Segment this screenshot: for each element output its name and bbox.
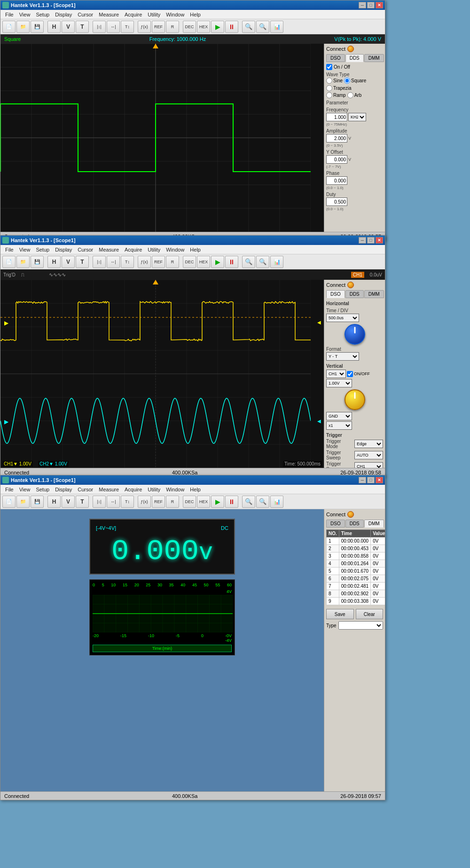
tb-open-3[interactable]: 📁 (16, 496, 30, 508)
tb-h-1[interactable]: H (47, 21, 61, 33)
close-btn-3[interactable]: ✕ (376, 477, 383, 483)
tb-dec-1[interactable]: DEC (183, 21, 196, 33)
tb-hex-3[interactable]: HEX (197, 496, 210, 508)
minimize-btn-3[interactable]: ─ (359, 477, 366, 483)
freq-unit-select-1[interactable]: KHZ Hz MHz (348, 113, 366, 121)
menu-file-1[interactable]: File (2, 11, 16, 18)
tb-math-3[interactable]: ƒ(x) (138, 496, 151, 508)
tb-c1-2[interactable]: |↕| (93, 256, 106, 268)
tab-dmm-3[interactable]: DMM (364, 520, 384, 528)
tb-c2-3[interactable]: ↔| (107, 496, 120, 508)
menu-display-1[interactable]: Display (52, 11, 75, 18)
tb-dec-2[interactable]: DEC (183, 256, 196, 268)
menu-acquire-1[interactable]: Acquire (122, 11, 145, 18)
tb-c2-2[interactable]: ↔| (107, 256, 120, 268)
tb-save-3[interactable]: 💾 (31, 496, 44, 508)
tb-save-1[interactable]: 💾 (31, 21, 44, 33)
maximize-btn-3[interactable]: □ (367, 477, 375, 483)
menu-window-2[interactable]: Window (163, 246, 187, 253)
menu-view-2[interactable]: View (16, 246, 33, 253)
menu-file-3[interactable]: File (2, 486, 16, 493)
menu-file-2[interactable]: File (2, 246, 16, 253)
tab-dso-1[interactable]: DSO (326, 54, 345, 62)
clear-button-3[interactable]: Clear (356, 609, 384, 619)
close-btn-1[interactable]: ✕ (376, 2, 383, 8)
tb-ref-2[interactable]: REF (152, 256, 165, 268)
menu-acquire-2[interactable]: Acquire (122, 246, 145, 253)
menu-acquire-3[interactable]: Acquire (122, 486, 145, 493)
tb-zoomin-1[interactable]: 🔍 (242, 21, 255, 33)
radio-square-1[interactable] (344, 78, 350, 84)
onoff-checkbox-1[interactable] (326, 64, 332, 70)
menu-setup-1[interactable]: Setup (33, 11, 52, 18)
tb-v-1[interactable]: V (62, 21, 75, 33)
save-button-3[interactable]: Save (326, 609, 354, 619)
tb-c1-3[interactable]: |↕| (93, 496, 106, 508)
menu-cursor-1[interactable]: Cursor (75, 11, 96, 18)
tb-zoomout-2[interactable]: 🔍 (256, 256, 269, 268)
timediv-select-2[interactable]: 500.0us 1ms 2ms (326, 314, 359, 322)
menu-utility-3[interactable]: Utility (145, 486, 163, 493)
menu-cursor-2[interactable]: Cursor (75, 246, 96, 253)
tb-zoomin-2[interactable]: 🔍 (242, 256, 255, 268)
tb-measure-3[interactable]: 📊 (270, 496, 283, 508)
amp-input-1[interactable] (326, 134, 347, 142)
probe-select-2[interactable]: x1 x10 x100 (326, 421, 352, 430)
tab-dds-2[interactable]: DDS (345, 290, 364, 298)
tb-zoomin-3[interactable]: 🔍 (242, 496, 255, 508)
tab-dmm-1[interactable]: DMM (364, 54, 384, 62)
menu-window-3[interactable]: Window (163, 486, 187, 493)
menu-display-3[interactable]: Display (52, 486, 75, 493)
radio-sine-1[interactable] (326, 78, 332, 84)
ch-onoff-2[interactable] (347, 371, 353, 377)
phase-input-1[interactable] (326, 176, 347, 185)
maximize-btn-2[interactable]: □ (367, 237, 375, 244)
menu-measure-1[interactable]: Measure (96, 11, 122, 18)
trig-mode-select-2[interactable]: Edge Pulse Video (354, 440, 383, 448)
tb-save-2[interactable]: 💾 (31, 256, 44, 268)
tb-math-2[interactable]: ƒ(x) (138, 256, 151, 268)
tb-t-2[interactable]: T (76, 256, 89, 268)
menu-view-1[interactable]: View (16, 11, 33, 18)
tb-c3-3[interactable]: T↕ (121, 496, 134, 508)
ch-select-2[interactable]: CH1 CH2 (326, 370, 346, 378)
radio-arb-1[interactable] (347, 92, 353, 98)
tb-new-2[interactable]: 📄 (2, 256, 16, 268)
menu-utility-2[interactable]: Utility (145, 246, 163, 253)
tb-stop-1[interactable]: ⏸ (225, 21, 238, 33)
tb-fft-1[interactable]: R (166, 21, 179, 33)
tb-t-1[interactable]: T (76, 21, 89, 33)
radio-trapezia-1[interactable] (326, 85, 332, 91)
tb-open-2[interactable]: 📁 (16, 256, 30, 268)
trig-sweep-select-2[interactable]: AUTO NORMAL SINGLE (354, 451, 383, 459)
tb-c1-1[interactable]: |↕| (93, 21, 106, 33)
vert-knob-2[interactable] (345, 389, 365, 410)
close-btn-2[interactable]: ✕ (376, 237, 383, 244)
tb-t-3[interactable]: T (76, 496, 89, 508)
tb-run-1[interactable]: ▶ (211, 21, 224, 33)
tab-dmm-2[interactable]: DMM (364, 290, 384, 298)
tb-open-1[interactable]: 📁 (16, 21, 30, 33)
tb-ref-3[interactable]: REF (152, 496, 165, 508)
menu-view-3[interactable]: View (16, 486, 33, 493)
tb-ref-1[interactable]: REF (152, 21, 165, 33)
menu-setup-2[interactable]: Setup (33, 246, 52, 253)
tb-stop-2[interactable]: ⏸ (225, 256, 238, 268)
tb-c3-2[interactable]: T↕ (121, 256, 134, 268)
menu-display-2[interactable]: Display (52, 246, 75, 253)
radio-ramp-1[interactable] (326, 92, 332, 98)
tb-math-1[interactable]: ƒ(x) (138, 21, 151, 33)
menu-help-1[interactable]: Help (187, 11, 204, 18)
trig-source-select-2[interactable]: CH1 CH2 EXT (354, 462, 383, 468)
tb-v-3[interactable]: V (62, 496, 75, 508)
menu-cursor-3[interactable]: Cursor (75, 486, 96, 493)
tab-dds-1[interactable]: DDS (345, 54, 364, 62)
type-select-3[interactable] (338, 621, 383, 630)
menu-help-3[interactable]: Help (187, 486, 204, 493)
coupling-select-2[interactable]: GND DC AC (326, 412, 352, 420)
tab-dso-3[interactable]: DSO (326, 520, 345, 528)
tb-hex-1[interactable]: HEX (197, 21, 210, 33)
maximize-btn-1[interactable]: □ (367, 2, 375, 8)
tb-new-3[interactable]: 📄 (2, 496, 16, 508)
tb-zoomout-1[interactable]: 🔍 (256, 21, 269, 33)
